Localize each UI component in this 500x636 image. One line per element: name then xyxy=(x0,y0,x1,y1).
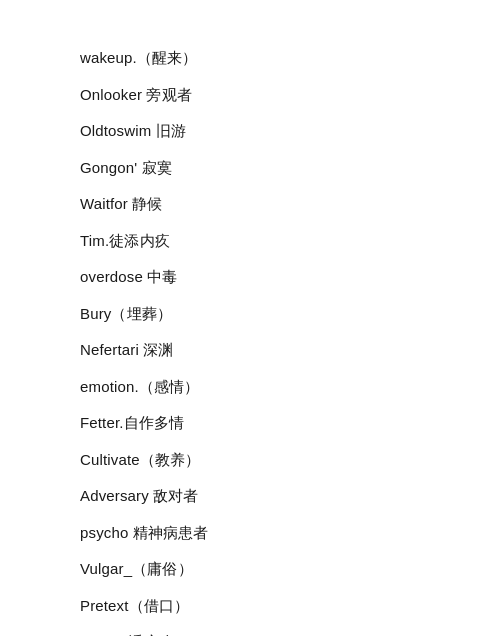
list-item: Waitfor 静候 xyxy=(80,186,420,223)
list-item: Cultivate（教养） xyxy=(80,442,420,479)
list-item: psycho 精神病患者 xyxy=(80,515,420,552)
list-item: overdose 中毒 xyxy=(80,259,420,296)
list-item: Closer(诱心人) xyxy=(80,624,420,636)
list-item: emotion.（感情） xyxy=(80,369,420,406)
list-item: Pretext（借口） xyxy=(80,588,420,625)
list-item: Oldtoswim 旧游 xyxy=(80,113,420,150)
list-item: Bury（埋葬） xyxy=(80,296,420,333)
list-item: Nefertari 深渊 xyxy=(80,332,420,369)
list-item: Fetter.自作多情 xyxy=(80,405,420,442)
list-item: Adversary 敌对者 xyxy=(80,478,420,515)
list-item: Onlooker 旁观者 xyxy=(80,77,420,114)
list-item: wakeup.（醒来） xyxy=(80,40,420,77)
list-item: Tim.徒添内疚 xyxy=(80,223,420,260)
word-list: wakeup.（醒来）Onlooker 旁观者Oldtoswim 旧游Gongo… xyxy=(80,40,420,636)
list-item: Vulgar_（庸俗） xyxy=(80,551,420,588)
list-item: Gongon' 寂寞 xyxy=(80,150,420,187)
